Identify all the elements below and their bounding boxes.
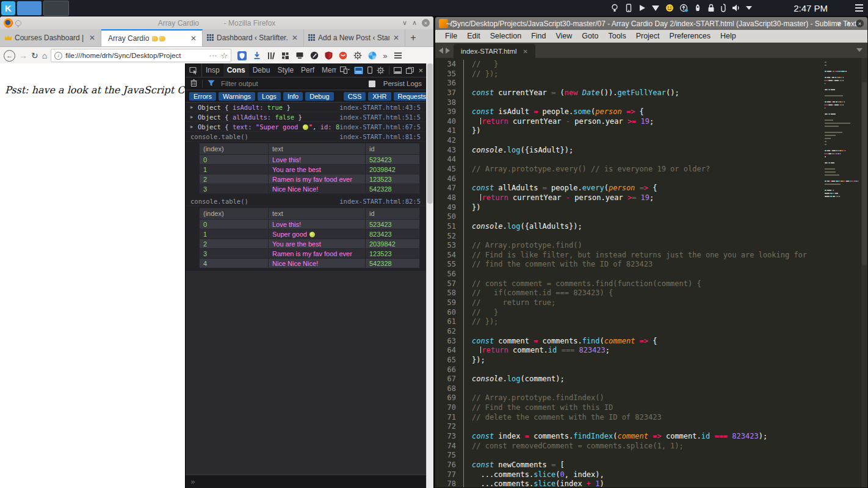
media-play-icon[interactable] xyxy=(638,4,646,12)
filter-pill-logs[interactable]: Logs xyxy=(258,92,281,101)
back-button[interactable]: ← xyxy=(4,50,15,62)
code-editor[interactable]: 34// }35// });36 37const currentYear = (… xyxy=(435,58,867,487)
tray-expander-icon[interactable] xyxy=(746,6,752,10)
tab-list-dropdown-icon[interactable] xyxy=(856,48,863,52)
filter-funnel-icon[interactable] xyxy=(208,78,215,89)
filter-pill-warnings[interactable]: Warnings xyxy=(219,92,255,101)
source-link[interactable]: index-START.html:43:5 xyxy=(339,104,421,111)
menu-help[interactable]: Help xyxy=(715,32,741,40)
split-console-icon[interactable] xyxy=(354,66,363,74)
menu-edit[interactable]: Edit xyxy=(462,32,485,40)
home-button[interactable]: ⌂ xyxy=(42,51,47,60)
tab-close-icon[interactable]: ✕ xyxy=(392,34,400,42)
filter-pill-info[interactable]: Info xyxy=(283,92,303,101)
close-button[interactable]: × xyxy=(422,19,430,27)
shield-addon-icon[interactable] xyxy=(237,51,247,60)
dock-bottom-icon[interactable] xyxy=(394,67,402,74)
filter-pill-xhr[interactable]: XHR xyxy=(368,92,391,101)
next-tab-icon[interactable] xyxy=(446,48,450,54)
menu-find[interactable]: Find xyxy=(526,32,551,40)
close-button[interactable]: × xyxy=(856,20,864,27)
tab-close-icon[interactable]: ✕ xyxy=(88,34,96,42)
source-link[interactable]: index-START.html:51:5 xyxy=(339,113,421,121)
responsive-design-icon[interactable] xyxy=(340,66,350,74)
menu-project[interactable]: Project xyxy=(631,32,665,40)
new-tab-button[interactable]: + xyxy=(405,29,421,46)
tab-array-cardio[interactable]: Array Cardio ✕ xyxy=(101,29,203,46)
network-icon[interactable] xyxy=(651,4,660,12)
pinwheel-addon-icon[interactable] xyxy=(368,51,377,60)
url-text[interactable]: file:///home/drh/Sync/Desktop/Project xyxy=(65,52,206,59)
taskbar-window-2[interactable] xyxy=(43,1,69,16)
paperclip-icon[interactable] xyxy=(720,4,726,12)
apps-grid-icon[interactable] xyxy=(281,52,289,60)
minimap[interactable] xyxy=(825,62,859,199)
expand-triangle-icon[interactable]: ▶ xyxy=(190,115,198,120)
menu-icon[interactable] xyxy=(394,52,402,59)
minimize-button[interactable]: ∨ xyxy=(402,19,407,27)
menu-tools[interactable]: Tools xyxy=(603,32,631,40)
settings-gear-icon[interactable] xyxy=(377,66,385,74)
devtools-tab-debu[interactable]: Debu xyxy=(249,63,274,77)
lock-icon[interactable] xyxy=(707,4,715,12)
source-link[interactable]: index-START.html:81:5 xyxy=(339,133,421,140)
tab-close-icon[interactable]: ✕ xyxy=(291,34,299,42)
prev-tab-icon[interactable] xyxy=(439,48,443,54)
tab-dashboard-starlifter[interactable]: Dashboard ‹ Starlifter.NZ — ✕ xyxy=(203,29,304,46)
expand-triangle-icon[interactable]: ▶ xyxy=(190,105,198,110)
menu-view[interactable]: View xyxy=(551,32,577,40)
devtools-tab-cons[interactable]: Cons xyxy=(223,63,249,77)
tab-close-icon[interactable]: ✕ xyxy=(523,48,528,55)
smartphone-icon[interactable] xyxy=(624,4,633,12)
filter-pill-css[interactable]: CSS xyxy=(344,92,366,101)
devtools-tab-insp[interactable]: Insp xyxy=(202,63,223,77)
tab-index-start[interactable]: index-START.html ✕ xyxy=(454,44,535,59)
expand-triangle-icon[interactable]: ▶ xyxy=(190,124,198,129)
devtools-tab-mem[interactable]: Mem xyxy=(318,63,336,77)
source-link[interactable]: index-START.html:82:5 xyxy=(339,198,421,205)
node-picker-icon[interactable] xyxy=(186,63,202,77)
menu-file[interactable]: File xyxy=(440,32,462,40)
filter-pill-requests[interactable]: Requests xyxy=(394,92,430,101)
filter-pill-errors[interactable]: Errors xyxy=(189,92,216,101)
filter-output-input[interactable] xyxy=(220,79,364,88)
separate-window-icon[interactable] xyxy=(406,67,414,74)
library-icon[interactable] xyxy=(267,52,275,60)
idea-icon[interactable] xyxy=(610,4,619,12)
reload-button[interactable]: ↻ xyxy=(31,51,38,60)
menu-preferences[interactable]: Preferences xyxy=(665,32,715,40)
panel-toggle-icon[interactable] xyxy=(855,4,863,12)
devtools-tab-style[interactable]: Style xyxy=(273,63,297,77)
console-empty-area[interactable] xyxy=(186,271,427,475)
overflow-chevrons-icon[interactable]: » xyxy=(383,51,387,60)
menu-selection[interactable]: Selection xyxy=(485,32,526,40)
tab-add-new-post[interactable]: Add a New Post ‹ Starlifter.N ✕ xyxy=(304,29,405,46)
forward-button[interactable]: → xyxy=(19,51,27,60)
red-shield-addon-icon[interactable] xyxy=(325,51,333,60)
maximize-button[interactable]: ∧ xyxy=(846,20,851,27)
taskbar-window-1[interactable] xyxy=(17,1,42,15)
filter-pill-debug[interactable]: Debug xyxy=(305,92,333,101)
persist-logs-checkbox[interactable] xyxy=(369,81,375,87)
download-icon[interactable] xyxy=(253,51,261,60)
source-link[interactable]: index-START.html:67:5 xyxy=(339,123,421,131)
orange-circle-addon-icon[interactable] xyxy=(339,51,347,60)
volume-icon[interactable] xyxy=(732,4,740,12)
app-launcher-button[interactable]: K xyxy=(1,1,15,15)
page-actions-icon[interactable]: ··· xyxy=(209,52,218,59)
pen-addon-icon[interactable] xyxy=(310,51,319,60)
console-command-line[interactable]: » xyxy=(186,475,427,488)
editor-scrollbar[interactable] xyxy=(861,58,867,487)
url-bar[interactable]: i file:///home/drh/Sync/Desktop/Project … xyxy=(51,49,231,62)
popup-autohide-icon[interactable] xyxy=(367,66,372,74)
menu-goto[interactable]: Goto xyxy=(577,32,603,40)
sublime-titlebar[interactable]: ~/Sync/Desktop/Projects/JavaScript30-mas… xyxy=(435,17,867,30)
screen-addon-icon[interactable] xyxy=(295,52,304,59)
emoji-status-icon[interactable] xyxy=(665,4,674,12)
devtools-tab-perf[interactable]: Perf xyxy=(297,63,318,77)
bookmark-star-icon[interactable]: ☆ xyxy=(221,51,228,60)
app-tray-icon[interactable] xyxy=(693,4,702,12)
close-devtools-icon[interactable]: × xyxy=(418,66,423,74)
tab-courses-dashboard[interactable]: Courses Dashboard | Wes B ✕ xyxy=(0,29,101,46)
clear-console-icon[interactable] xyxy=(190,78,197,89)
